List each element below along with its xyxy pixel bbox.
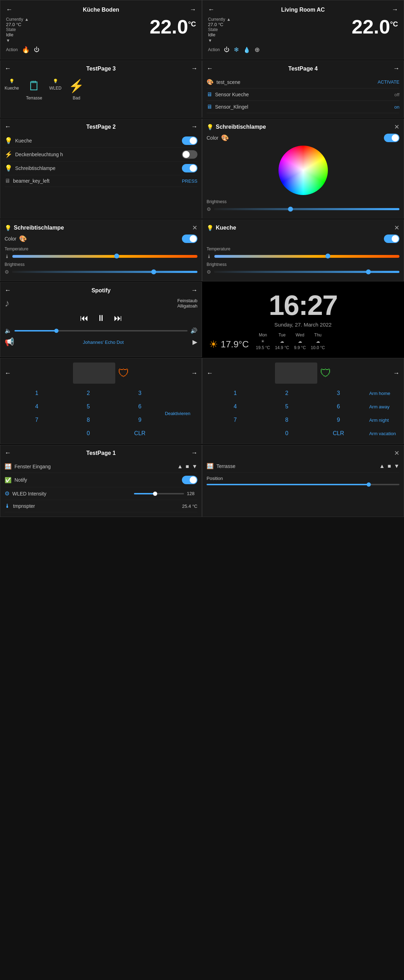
kueche-right-toggle[interactable] [384,234,399,243]
tp2-schreib-toggle[interactable] [182,164,197,172]
tp2-decken-toggle[interactable] [182,150,197,159]
fenster-stop[interactable]: ■ [185,463,189,470]
wled-slider-thumb[interactable] [153,492,157,496]
wled-item[interactable]: 💡 WLED [49,79,62,91]
alarm-right-prev[interactable]: ← [207,369,213,377]
testpage2-next[interactable]: → [191,123,197,130]
brightness-thumb-right[interactable] [288,207,293,212]
fire-icon[interactable]: 🔥 [22,46,30,54]
alarm-r-clr[interactable]: CLR [313,427,363,439]
alarm-r-num-5[interactable]: 5 [262,401,312,413]
palette-icon-right[interactable]: 🎨 [221,134,229,142]
alarm-r-num-0[interactable]: 0 [262,427,312,439]
schreib-right-toggle[interactable] [384,134,399,142]
terrasse-up[interactable]: ▲ [379,463,385,469]
kueche-right-close[interactable]: ✕ [394,224,399,232]
brightness-thumb-left[interactable] [151,269,156,274]
kuche-boden-next[interactable]: → [190,6,196,13]
arm-away-button[interactable]: Arm away [369,404,396,409]
alarm-num-6[interactable]: 6 [115,401,165,413]
alarm-num-1[interactable]: 1 [12,387,62,399]
wled-slider-track[interactable] [134,493,184,495]
spotify-next[interactable]: → [191,287,197,294]
volume-thumb[interactable] [54,329,59,333]
alarm-num-4[interactable]: 4 [12,401,62,413]
brightness-track-right[interactable] [214,208,399,210]
testpage4-next[interactable]: → [393,65,399,72]
kueche-temp-thumb[interactable] [325,253,330,258]
testpage3-next[interactable]: → [191,65,197,72]
terrasse-stop[interactable]: ■ [387,463,391,469]
testpage1-prev[interactable]: ← [5,449,11,457]
temp-track-left[interactable] [12,255,197,258]
testpage4-prev[interactable]: ← [207,65,213,72]
position-thumb[interactable] [367,482,371,487]
terrasse-down[interactable]: ▼ [394,463,399,469]
arm-home-button[interactable]: Arm home [369,391,396,396]
kueche-brightness-track[interactable] [214,271,399,273]
schreib-left-close[interactable]: ✕ [192,224,197,232]
activate-button[interactable]: ACTIVATE [377,80,399,84]
living-room-prev[interactable]: ← [208,6,214,13]
living-room-next[interactable]: → [392,6,398,13]
alarm-left-prev[interactable]: ← [5,369,11,377]
alarm-num-9[interactable]: 9 [115,414,165,426]
power-icon[interactable]: ⏻ [34,46,40,53]
pause-button[interactable]: ⏸ [97,313,105,323]
alarm-left-next[interactable]: → [191,369,197,377]
volume-track[interactable] [14,330,188,331]
alarm-num-2[interactable]: 2 [63,387,113,399]
alarm-num-0[interactable]: 0 [63,427,113,439]
testpage2-prev[interactable]: ← [5,123,11,130]
alarm-r-num-3[interactable]: 3 [313,387,363,399]
tp2-beamer-press[interactable]: PRESS [182,178,197,184]
skip-next-button[interactable]: ⏭ [114,313,122,323]
drop-icon[interactable]: 💧 [243,46,250,53]
color-wheel[interactable] [278,146,328,195]
kueche-brightness-thumb[interactable] [366,269,371,274]
temp-thumb-left[interactable] [114,253,119,258]
schreib-right-close[interactable]: ✕ [394,123,399,131]
snowflake-icon[interactable]: ❄ [234,46,239,54]
alarm-num-3[interactable]: 3 [115,387,165,399]
living-power-icon[interactable]: ⏻ [224,46,229,53]
volume-down-icon[interactable]: 🔈 [5,327,12,334]
skip-prev-button[interactable]: ⏮ [80,313,89,323]
position-track[interactable] [207,484,399,485]
alarm-clr[interactable]: CLR [115,427,165,439]
terrasse-item[interactable]: 🗒 Terrasse [26,79,42,100]
alarm-r-num-7[interactable]: 7 [210,414,260,426]
bad-item[interactable]: ⚡ Bad [68,79,84,100]
tp2-kueche-toggle[interactable] [182,137,197,145]
kueche-item[interactable]: 💡 Kueche [5,79,19,91]
kueche-temp-track[interactable] [214,255,399,258]
schreib-left-toggle[interactable] [182,234,197,243]
kuche-boden-prev[interactable]: ← [6,6,12,13]
testpage3-prev[interactable]: ← [5,65,11,72]
alarm-r-num-2[interactable]: 2 [262,387,312,399]
brightness-track-left[interactable] [12,271,197,273]
alarm-r-num-8[interactable]: 8 [262,414,312,426]
alarm-num-8[interactable]: 8 [63,414,113,426]
alarm-r-num-4[interactable]: 4 [210,401,260,413]
volume-up-icon[interactable]: 🔊 [190,327,197,334]
arm-vacation-button[interactable]: Arm vacation [369,431,396,436]
deaktivieren-button[interactable]: Deaktivieren [165,411,190,416]
alarm-r-num-9[interactable]: 9 [313,414,363,426]
spotify-device[interactable]: Johannes' Echo Dot [83,340,124,345]
cast-icon[interactable]: ▶ [192,338,197,346]
alarm-r-num-6[interactable]: 6 [313,401,363,413]
alarm-right-next[interactable]: → [393,369,399,377]
alarm-num-5[interactable]: 5 [63,401,113,413]
fan-icon[interactable]: ⊕ [254,46,260,54]
terrasse-close[interactable]: ✕ [394,449,399,457]
notify-toggle[interactable] [182,476,197,484]
alarm-num-7[interactable]: 7 [12,414,62,426]
fenster-up[interactable]: ▲ [177,463,183,470]
spotify-prev[interactable]: ← [5,287,11,294]
fenster-down[interactable]: ▼ [192,463,197,470]
arm-night-button[interactable]: Arm night [369,418,396,423]
testpage1-next[interactable]: → [191,449,197,457]
palette-icon-left[interactable]: 🎨 [19,235,27,243]
alarm-r-num-1[interactable]: 1 [210,387,260,399]
